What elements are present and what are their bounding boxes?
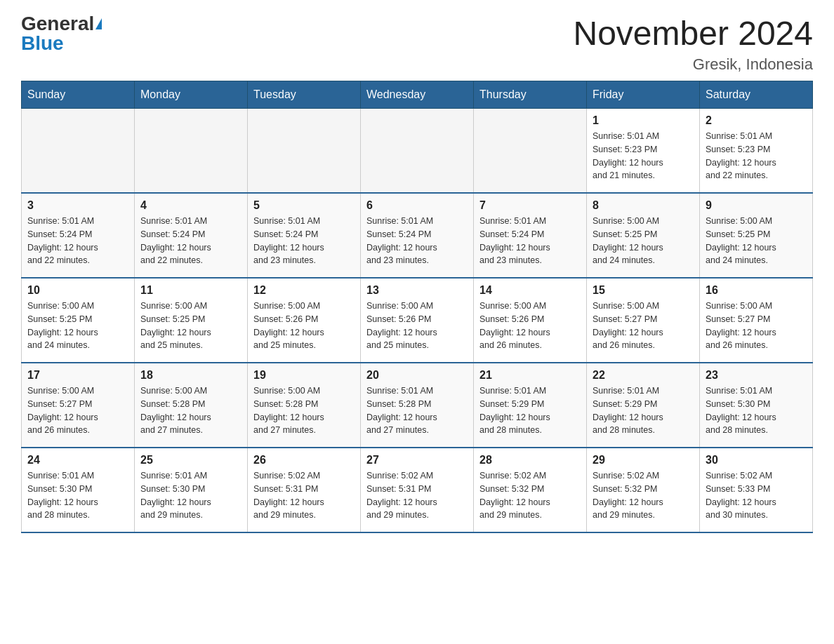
day-info: Sunrise: 5:00 AMSunset: 5:25 PMDaylight:… [140,300,241,352]
calendar-cell: 2Sunrise: 5:01 AMSunset: 5:23 PMDaylight… [700,109,813,194]
calendar-cell: 7Sunrise: 5:01 AMSunset: 5:24 PMDaylight… [474,193,587,278]
calendar-cell: 18Sunrise: 5:00 AMSunset: 5:28 PMDayligh… [135,363,248,448]
day-number: 1 [593,114,694,127]
header-day-monday: Monday [135,81,248,109]
logo-blue-text: Blue [21,34,64,53]
logo-general-text: General [21,14,94,34]
calendar-title: November 2024 [573,14,813,53]
calendar-cell: 11Sunrise: 5:00 AMSunset: 5:25 PMDayligh… [135,278,248,363]
day-number: 10 [27,284,128,297]
header-day-friday: Friday [587,81,700,109]
day-number: 21 [479,369,581,382]
day-info: Sunrise: 5:02 AMSunset: 5:32 PMDaylight:… [593,469,694,522]
day-info: Sunrise: 5:01 AMSunset: 5:29 PMDaylight:… [593,384,694,437]
day-number: 6 [366,199,468,212]
calendar-cell: 6Sunrise: 5:01 AMSunset: 5:24 PMDaylight… [361,193,474,278]
calendar-cell: 16Sunrise: 5:00 AMSunset: 5:27 PMDayligh… [700,278,813,363]
calendar-cell: 27Sunrise: 5:02 AMSunset: 5:31 PMDayligh… [361,448,474,532]
day-number: 30 [706,454,807,467]
day-number: 7 [479,199,581,212]
calendar-cell: 19Sunrise: 5:00 AMSunset: 5:28 PMDayligh… [248,363,361,448]
title-block: November 2024 Gresik, Indonesia [573,14,813,74]
day-info: Sunrise: 5:01 AMSunset: 5:24 PMDaylight:… [366,215,468,267]
calendar-week-3: 10Sunrise: 5:00 AMSunset: 5:25 PMDayligh… [22,278,813,363]
day-number: 17 [27,369,128,382]
day-info: Sunrise: 5:01 AMSunset: 5:24 PMDaylight:… [253,215,355,267]
day-info: Sunrise: 5:00 AMSunset: 5:25 PMDaylight:… [27,300,128,352]
calendar-cell [22,109,135,194]
calendar-cell: 29Sunrise: 5:02 AMSunset: 5:32 PMDayligh… [587,448,700,532]
day-info: Sunrise: 5:01 AMSunset: 5:30 PMDaylight:… [27,469,128,522]
day-number: 26 [253,454,355,467]
day-info: Sunrise: 5:01 AMSunset: 5:24 PMDaylight:… [140,215,241,267]
calendar-cell: 25Sunrise: 5:01 AMSunset: 5:30 PMDayligh… [135,448,248,532]
day-info: Sunrise: 5:00 AMSunset: 5:27 PMDaylight:… [27,384,128,437]
logo-triangle-icon [95,18,102,29]
calendar-cell: 9Sunrise: 5:00 AMSunset: 5:25 PMDaylight… [700,193,813,278]
day-number: 20 [366,369,468,382]
day-number: 9 [706,199,807,212]
day-info: Sunrise: 5:01 AMSunset: 5:30 PMDaylight:… [706,384,807,437]
day-number: 12 [253,284,355,297]
day-info: Sunrise: 5:00 AMSunset: 5:28 PMDaylight:… [140,384,241,437]
calendar-cell: 20Sunrise: 5:01 AMSunset: 5:28 PMDayligh… [361,363,474,448]
calendar-cell: 21Sunrise: 5:01 AMSunset: 5:29 PMDayligh… [474,363,587,448]
calendar-cell: 10Sunrise: 5:00 AMSunset: 5:25 PMDayligh… [22,278,135,363]
day-info: Sunrise: 5:02 AMSunset: 5:31 PMDaylight:… [253,469,355,522]
calendar-cell: 12Sunrise: 5:00 AMSunset: 5:26 PMDayligh… [248,278,361,363]
calendar-cell: 30Sunrise: 5:02 AMSunset: 5:33 PMDayligh… [700,448,813,532]
calendar-cell [474,109,587,194]
day-number: 3 [27,199,128,212]
day-number: 25 [140,454,241,467]
day-number: 2 [706,114,807,127]
day-info: Sunrise: 5:01 AMSunset: 5:24 PMDaylight:… [479,215,581,267]
calendar-cell: 22Sunrise: 5:01 AMSunset: 5:29 PMDayligh… [587,363,700,448]
day-info: Sunrise: 5:02 AMSunset: 5:33 PMDaylight:… [706,469,807,522]
day-info: Sunrise: 5:01 AMSunset: 5:30 PMDaylight:… [140,469,241,522]
calendar-week-4: 17Sunrise: 5:00 AMSunset: 5:27 PMDayligh… [22,363,813,448]
header-day-thursday: Thursday [474,81,587,109]
calendar-cell: 4Sunrise: 5:01 AMSunset: 5:24 PMDaylight… [135,193,248,278]
calendar-cell: 13Sunrise: 5:00 AMSunset: 5:26 PMDayligh… [361,278,474,363]
day-info: Sunrise: 5:01 AMSunset: 5:23 PMDaylight:… [706,130,807,182]
day-info: Sunrise: 5:01 AMSunset: 5:23 PMDaylight:… [593,130,694,182]
calendar-cell: 5Sunrise: 5:01 AMSunset: 5:24 PMDaylight… [248,193,361,278]
day-number: 13 [366,284,468,297]
header-day-wednesday: Wednesday [361,81,474,109]
day-number: 16 [706,284,807,297]
calendar-cell: 14Sunrise: 5:00 AMSunset: 5:26 PMDayligh… [474,278,587,363]
day-number: 22 [593,369,694,382]
day-number: 23 [706,369,807,382]
day-number: 4 [140,199,241,212]
day-info: Sunrise: 5:00 AMSunset: 5:25 PMDaylight:… [593,215,694,267]
day-number: 28 [479,454,581,467]
day-info: Sunrise: 5:00 AMSunset: 5:25 PMDaylight:… [706,215,807,267]
calendar-subtitle: Gresik, Indonesia [573,55,813,74]
calendar-header-row: SundayMondayTuesdayWednesdayThursdayFrid… [22,81,813,109]
calendar-cell [361,109,474,194]
logo: General Blue [21,14,102,53]
calendar-cell: 8Sunrise: 5:00 AMSunset: 5:25 PMDaylight… [587,193,700,278]
day-number: 5 [253,199,355,212]
day-info: Sunrise: 5:00 AMSunset: 5:27 PMDaylight:… [593,300,694,352]
calendar-cell [248,109,361,194]
day-number: 24 [27,454,128,467]
calendar-cell: 15Sunrise: 5:00 AMSunset: 5:27 PMDayligh… [587,278,700,363]
day-number: 27 [366,454,468,467]
calendar-cell: 23Sunrise: 5:01 AMSunset: 5:30 PMDayligh… [700,363,813,448]
calendar-cell: 28Sunrise: 5:02 AMSunset: 5:32 PMDayligh… [474,448,587,532]
calendar-week-5: 24Sunrise: 5:01 AMSunset: 5:30 PMDayligh… [22,448,813,532]
calendar-cell: 1Sunrise: 5:01 AMSunset: 5:23 PMDaylight… [587,109,700,194]
day-info: Sunrise: 5:02 AMSunset: 5:31 PMDaylight:… [366,469,468,522]
day-info: Sunrise: 5:00 AMSunset: 5:26 PMDaylight:… [479,300,581,352]
day-info: Sunrise: 5:01 AMSunset: 5:29 PMDaylight:… [479,384,581,437]
day-number: 29 [593,454,694,467]
calendar-cell [135,109,248,194]
header-day-sunday: Sunday [22,81,135,109]
day-number: 11 [140,284,241,297]
header-day-tuesday: Tuesday [248,81,361,109]
day-info: Sunrise: 5:01 AMSunset: 5:28 PMDaylight:… [366,384,468,437]
day-info: Sunrise: 5:00 AMSunset: 5:26 PMDaylight:… [366,300,468,352]
day-number: 15 [593,284,694,297]
calendar-cell: 3Sunrise: 5:01 AMSunset: 5:24 PMDaylight… [22,193,135,278]
